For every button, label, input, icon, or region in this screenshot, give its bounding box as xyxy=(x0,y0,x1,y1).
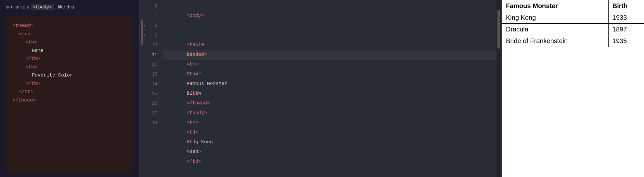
line-num-12: 12 xyxy=(144,60,157,69)
indent-space-12 xyxy=(187,71,233,77)
code-line-tr-open: <tr> xyxy=(19,30,127,39)
preview-panel: Famous Monster Birth King Kong 1933 Drac… xyxy=(501,0,644,177)
indent-space-8 xyxy=(187,32,198,38)
tag-body-open: <body> xyxy=(187,13,204,18)
indent-space-14 xyxy=(187,91,210,96)
line-num-15: 15 xyxy=(144,89,157,99)
code-line-name: Name xyxy=(32,47,127,55)
preview-td-2-1: 1935 xyxy=(608,35,644,47)
line-num-16: 16 xyxy=(144,99,157,108)
description-text: similar to a <tbody> , like this: xyxy=(6,3,133,11)
preview-table: Famous Monster Birth King Kong 1933 Drac… xyxy=(502,0,644,47)
center-scrollbar[interactable] xyxy=(496,0,501,177)
preview-th-birth: Birth xyxy=(608,0,644,12)
code-line-favorite-color: Favorite Color xyxy=(32,71,127,80)
editor-line-8: <table border = "1px" > xyxy=(163,21,496,30)
editor-line-7 xyxy=(163,11,496,21)
line-num-13: 13 xyxy=(144,69,157,79)
indent-space-13 xyxy=(187,81,222,87)
left-panel: similar to a <tbody> , like this: <thead… xyxy=(0,0,140,177)
preview-td-1-0: Dracula xyxy=(502,24,609,35)
description-prefix: similar to a xyxy=(6,4,31,9)
editor-content: 6 7 8 9 10 11 12 13 14 15 16 17 18 <body… xyxy=(144,0,501,177)
line-num-10: 10 xyxy=(144,40,157,50)
description-suffix: , like this: xyxy=(55,4,76,9)
line-num-18: 18 xyxy=(144,118,157,128)
tag-td2-open: <td> xyxy=(187,139,198,145)
line-num-14: 14 xyxy=(144,79,157,89)
code-line-thead-open: <thead> xyxy=(12,22,127,30)
indent-space-15 xyxy=(187,100,210,106)
preview-td-0-1: 1933 xyxy=(608,12,644,24)
code-line-thead-close: </thead> xyxy=(12,96,127,105)
code-line-th2-open: <th> xyxy=(25,63,127,72)
editor-line-15: <tbody> xyxy=(163,89,496,99)
center-scrollbar-thumb[interactable] xyxy=(497,10,500,49)
preview-row-1: Dracula 1897 xyxy=(502,24,644,35)
line-num-11: 11 xyxy=(144,50,157,60)
line-num-8: 8 xyxy=(144,21,157,30)
td2-content: 1933 xyxy=(187,149,198,155)
line-num-9: 9 xyxy=(144,30,157,40)
tbody-code: <tbody> xyxy=(31,4,54,10)
preview-header-row: Famous Monster Birth xyxy=(502,0,644,12)
indent-space-10 xyxy=(187,52,222,57)
preview-td-2-0: Bride of Frankenstein xyxy=(502,35,609,47)
indent-space-18 xyxy=(187,130,233,135)
line-num-7: 7 xyxy=(144,11,157,21)
line-num-17: 17 xyxy=(144,108,157,118)
preview-th-name: Famous Monster xyxy=(502,0,609,12)
indent-space-17 xyxy=(187,120,233,125)
editor-line-16: <tr> xyxy=(163,99,496,108)
preview-td-0-0: King Kong xyxy=(502,12,609,24)
code-line-tr-close: </tr> xyxy=(19,88,127,96)
preview-row-0: King Kong 1933 xyxy=(502,12,644,24)
editor-line-10: <tr> xyxy=(163,40,496,50)
line-num-6: 6 xyxy=(144,1,157,11)
preview-td-1-1: 1897 xyxy=(608,24,644,35)
left-scrollbar-thumb[interactable] xyxy=(141,19,143,45)
indent-space-16 xyxy=(187,110,222,116)
code-line-th2-close: </th> xyxy=(25,80,127,88)
indent-space-11 xyxy=(187,62,233,67)
code-line-th1-open: <th> xyxy=(25,38,127,47)
line-numbers: 6 7 8 9 10 11 12 13 14 15 16 17 18 xyxy=(144,0,160,177)
indent-space-9 xyxy=(187,42,210,48)
editor-line-9: <thead> xyxy=(163,30,496,40)
left-code-block: <thead> <tr> <th> Name </th> <th> Favori… xyxy=(6,16,133,174)
code-editor: 6 7 8 9 10 11 12 13 14 15 16 17 18 <body… xyxy=(144,0,501,177)
code-lines: <body> <table border = "1px" > <thead> xyxy=(160,0,496,177)
left-scrollbar[interactable] xyxy=(140,0,144,177)
tag-td2-close: </td> xyxy=(187,159,201,164)
editor-line-6: <body> xyxy=(163,1,496,11)
preview-row-2: Bride of Frankenstein 1935 xyxy=(502,35,644,47)
code-line-th1-close: </th> xyxy=(25,55,127,63)
